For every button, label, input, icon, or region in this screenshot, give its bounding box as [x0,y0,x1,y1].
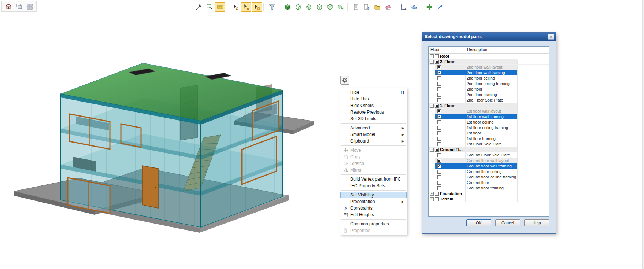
row-checkbox[interactable] [437,109,441,113]
pin-button[interactable] [194,2,204,12]
window-arrange-button[interactable] [14,2,24,11]
row-checkbox[interactable] [437,87,441,91]
pair-row[interactable]: Ground floor framing [429,185,549,191]
filter-button[interactable] [267,2,277,12]
row-checkbox[interactable] [435,54,439,58]
pair-row[interactable]: Ground floor wall layout [429,158,549,163]
link-button[interactable] [435,2,445,12]
expand-toggle[interactable]: − [430,104,434,108]
snap-point-button[interactable] [230,2,241,12]
help-button[interactable]: Help [524,219,549,226]
row-checkbox[interactable] [437,186,441,190]
purge-button[interactable] [383,2,393,12]
fence-select-button[interactable] [204,2,215,12]
measure-button[interactable] [215,2,225,12]
part-list-button[interactable] [351,2,361,12]
menu-item-presentation[interactable]: Presentation▶ [340,198,407,205]
menu-item-set-visibility[interactable]: Set Visibility [340,192,407,198]
pair-row[interactable]: 1st Floor Sole Plate [429,141,549,147]
menu-item-build-vertex-part-from-ifc[interactable]: Build Vertex part from IFC [340,176,407,183]
row-checkbox[interactable] [437,164,441,168]
row-checkbox[interactable] [437,65,441,69]
menu-item-hide[interactable]: HideH [340,89,407,96]
menu-item-edit-heights[interactable]: Edit Heights [340,211,407,218]
pair-row[interactable]: 2nd floor framing [429,92,549,97]
add-model-button[interactable] [424,2,434,12]
pair-row[interactable]: Ground floor [429,180,549,185]
floor-group-row[interactable]: −1. Floor [429,103,549,108]
pair-row[interactable]: 2nd floor [429,86,549,92]
row-checkbox[interactable] [437,159,441,163]
shaded-model-button[interactable] [282,2,293,12]
wireframe-model-button[interactable] [293,2,303,12]
pair-row[interactable]: 1st floor ceiling [429,119,549,125]
menu-item-constraints[interactable]: Constraints [340,205,407,211]
row-checkbox[interactable] [437,175,441,179]
menu-item-restore-previous[interactable]: Restore Previous [340,109,407,115]
drawing-button[interactable] [3,2,14,11]
pair-row[interactable]: 2nd floor ceiling framing [429,81,549,86]
floor-group-row[interactable]: −2. Floor [429,59,549,65]
floor-group-row[interactable]: +Foundation [429,191,549,196]
pair-row[interactable]: 1st floor framing [429,136,549,141]
row-checkbox[interactable] [437,76,441,80]
row-checkbox[interactable] [437,115,441,119]
menu-item-hide-others[interactable]: Hide Others [340,102,407,109]
row-checkbox[interactable] [437,82,441,86]
row-checkbox[interactable] [437,98,441,102]
row-checkbox[interactable] [437,71,441,75]
menu-item-smart-model[interactable]: Smart Model▶ [340,131,407,138]
row-checkbox[interactable] [437,153,441,157]
menu-item-advanced[interactable]: Advanced▶ [340,125,407,131]
row-checkbox[interactable] [437,131,441,135]
row-checkbox[interactable] [435,60,439,64]
snap-end-button[interactable] [252,2,262,12]
column-header-floor[interactable]: Floor [429,47,465,53]
floor-group-row[interactable]: +Terrain [429,196,549,202]
examine-button[interactable] [409,2,419,12]
import-document-button[interactable] [362,2,372,12]
row-checkbox[interactable] [435,197,439,201]
pair-row[interactable]: 2nd floor wall layout [429,65,549,70]
open-folder-button[interactable] [372,2,382,12]
pair-row[interactable]: Ground floor ceiling [429,169,549,174]
pair-row[interactable]: Ground floor wall framing [429,163,549,169]
row-checkbox[interactable] [435,104,439,108]
ok-button[interactable]: OK [466,219,491,226]
pair-row[interactable]: 2nd floor wall framing [429,70,549,75]
pair-row[interactable]: 1st floor wall framing [429,114,549,119]
floor-group-row[interactable]: +Roof [429,54,549,59]
pair-row[interactable]: 1st floor [429,130,549,136]
pair-row[interactable]: Ground Floor Sole Plate [429,152,549,158]
menu-item-clipboard[interactable]: Clipboard▶ [340,138,407,144]
column-header-description[interactable]: Description [465,47,517,53]
snap-middle-button[interactable] [241,2,251,12]
pair-row[interactable]: 1st floor wall layout [429,108,549,114]
row-checkbox[interactable] [437,181,441,185]
view-grid-button[interactable] [25,2,35,11]
export-model-button[interactable] [336,2,346,12]
cancel-button[interactable]: Cancel [495,219,520,226]
pair-row[interactable]: Ground floor ceiling framing [429,174,549,180]
menu-item-hide-this[interactable]: Hide This [340,96,407,102]
menu-item-ifc-property-sets[interactable]: IFC Property Sets [340,183,407,189]
row-checkbox[interactable] [437,126,441,130]
transparent-model-button[interactable] [304,2,314,12]
row-checkbox[interactable] [437,137,441,141]
row-checkbox[interactable] [437,93,441,97]
row-checkbox[interactable] [437,170,441,174]
pair-row[interactable]: 2nd Floor Sole Plate [429,97,549,103]
row-checkbox[interactable] [437,142,441,146]
context-gear-button[interactable] [340,76,349,85]
prism-model-button[interactable] [325,2,335,12]
coordinate-axis-button[interactable] [398,2,408,12]
expand-toggle[interactable]: − [430,148,434,152]
floor-group-row[interactable]: −Ground Fl... [429,147,549,152]
pair-row[interactable]: 2nd floor ceiling [429,75,549,81]
row-checkbox[interactable] [437,120,441,124]
expand-toggle[interactable]: + [430,192,434,196]
row-checkbox[interactable] [435,148,439,152]
menu-item-set-3d-limits[interactable]: Set 3D Limits [340,115,407,122]
expand-toggle[interactable]: + [430,54,434,58]
hidden-line-model-button[interactable] [314,2,325,12]
